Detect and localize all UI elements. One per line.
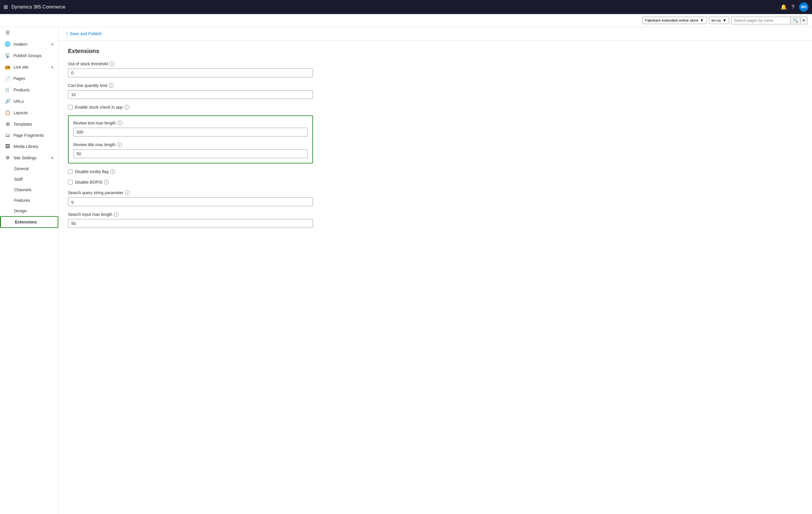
search-input-max-label: Search input max length i — [68, 212, 313, 217]
sidebar-item-label: Page Fragments — [13, 133, 44, 138]
sidebar-submenu-settings: General Staff Channels Features Design E… — [0, 163, 58, 228]
sidebar-item-label: Design — [14, 209, 27, 213]
disable-bopis-label: Disable BOPIS i — [75, 180, 109, 184]
lang-label: en-us — [712, 18, 721, 23]
sidebar-item-label: URLs — [13, 99, 24, 104]
disable-bopis-checkbox[interactable] — [68, 180, 73, 184]
disable-tooltip-checkbox[interactable] — [68, 169, 73, 174]
review-title-max-field: Review title max length i — [73, 142, 308, 158]
search-input-max-input[interactable] — [68, 219, 313, 228]
sidebar-item-label: Features — [14, 198, 30, 203]
publish-icon: 📡 — [5, 53, 10, 58]
cart-line-input[interactable] — [68, 90, 313, 99]
hamburger-menu[interactable]: ☰ — [0, 27, 58, 38]
out-of-stock-input[interactable] — [68, 68, 313, 77]
search-input[interactable] — [732, 17, 790, 24]
sidebar-item-features[interactable]: Features — [0, 195, 58, 206]
save-publish-button[interactable]: ↑ Save and Publish — [63, 29, 104, 38]
store-select[interactable]: Fabrikam extended online store ▼ — [642, 17, 706, 24]
chevron-icon: ∧ — [51, 65, 54, 69]
sidebar-item-label: Pages — [13, 76, 25, 81]
review-text-label-text: Review text max length — [73, 121, 116, 125]
cart-line-quantity-field: Cart line quantity limit i — [68, 83, 313, 99]
second-bar: Fabrikam extended online store ▼ en-us ▼… — [0, 14, 812, 27]
search-query-label: Search query string parameter i — [68, 190, 313, 195]
cart-line-label-text: Cart line quantity limit — [68, 83, 107, 88]
enable-stock-check-row: Enable stock check in app i — [68, 105, 313, 110]
sidebar-item-label: Publish Groups — [13, 53, 41, 58]
sidebar-item-extensions[interactable]: Extensions — [0, 216, 58, 228]
search-input-max-label-text: Search input max length — [68, 212, 112, 217]
save-publish-label: Save and Publish — [70, 31, 102, 36]
disable-tooltip-label-text: Disable tooltip flag — [75, 169, 109, 174]
review-title-input[interactable] — [73, 149, 308, 158]
nav-icons: 🔔 ? MG — [780, 2, 809, 12]
review-highlight-box: Review text max length i Review title ma… — [68, 115, 313, 163]
content-inner: ↑ Save and Publish Extensions Out of sto… — [59, 27, 812, 514]
app-title: Dynamics 365 Commerce — [11, 4, 777, 10]
disable-tooltip-row: Disable tooltip flag i — [68, 169, 313, 174]
main-layout: ☰ 🌐 modern ∧ 📡 Publish Groups 📻 Live sit… — [0, 27, 812, 514]
disable-tooltip-info-icon: i — [110, 169, 115, 174]
save-publish-icon: ↑ — [66, 31, 68, 36]
sidebar-item-design[interactable]: Design — [0, 206, 58, 216]
sidebar-item-general[interactable]: General — [0, 163, 58, 174]
sidebar-item-label: Channels — [14, 187, 31, 192]
review-title-label-text: Review title max length — [73, 142, 115, 147]
out-of-stock-info-icon: i — [110, 61, 114, 66]
search-query-input[interactable] — [68, 198, 313, 206]
enable-stock-check-checkbox[interactable] — [68, 105, 73, 110]
sidebar-item-site-settings[interactable]: ⚙ Site Settings ∧ — [0, 152, 58, 163]
sidebar-item-label: Live site — [13, 65, 28, 69]
search-dropdown-button[interactable]: ▼ — [800, 18, 807, 23]
disable-bopis-label-text: Disable BOPIS — [75, 180, 102, 184]
templates-icon: ⊞ — [5, 121, 10, 127]
sidebar-item-products[interactable]: 🛒 Products — [0, 84, 58, 95]
cart-line-label: Cart line quantity limit i — [68, 83, 313, 88]
store-chevron-icon: ▼ — [700, 18, 704, 23]
review-text-input[interactable] — [73, 128, 308, 137]
disable-bopis-info-icon: i — [104, 180, 109, 184]
sidebar-item-publish-groups[interactable]: 📡 Publish Groups — [0, 50, 58, 61]
chevron-up-icon: ∧ — [51, 156, 54, 160]
sidebar-item-layouts[interactable]: 📋 Layouts — [0, 107, 58, 118]
sidebar-item-page-fragments[interactable]: 🗂 Page Fragments — [0, 130, 58, 141]
enable-stock-check-label: Enable stock check in app i — [75, 105, 129, 110]
review-title-info-icon: i — [117, 142, 122, 147]
sidebar-item-urls[interactable]: 🔗 URLs — [0, 95, 58, 107]
notification-icon[interactable]: 🔔 — [780, 4, 787, 10]
search-input-max-info-icon: i — [114, 212, 119, 217]
review-text-label: Review text max length i — [73, 121, 308, 125]
sidebar-item-staff[interactable]: Staff — [0, 174, 58, 184]
lang-select[interactable]: en-us ▼ — [709, 17, 729, 24]
sidebar-item-label: Extensions — [15, 220, 37, 224]
sidebar-item-live-site[interactable]: 📻 Live site ∧ — [0, 61, 58, 72]
waffle-icon[interactable]: ⊞ — [3, 4, 8, 10]
sidebar-item-templates[interactable]: ⊞ Templates — [0, 118, 58, 130]
products-icon: 🛒 — [5, 87, 10, 93]
page-content: Extensions Out of stock threshold i Cart… — [59, 41, 322, 241]
sidebar-item-channels[interactable]: Channels — [0, 184, 58, 195]
help-icon[interactable]: ? — [791, 4, 794, 10]
sidebar-item-media-library[interactable]: 🖼 Media Library — [0, 141, 58, 152]
enable-stock-check-info-icon: i — [124, 105, 129, 110]
store-label: Fabrikam extended online store — [645, 18, 698, 23]
review-title-label: Review title max length i — [73, 142, 308, 147]
search-query-info-icon: i — [125, 190, 130, 195]
sidebar-item-modern[interactable]: 🌐 modern ∧ — [0, 38, 58, 50]
search-button[interactable]: 🔍 — [790, 17, 800, 24]
search-bar: 🔍 ▼ — [731, 17, 807, 24]
disable-bopis-row: Disable BOPIS i — [68, 180, 313, 184]
enable-stock-check-label-text: Enable stock check in app — [75, 105, 123, 110]
chevron-icon: ∧ — [51, 42, 54, 46]
layouts-icon: 📋 — [5, 110, 10, 115]
search-query-label-text: Search query string parameter — [68, 190, 123, 195]
sidebar-item-pages[interactable]: 📄 Pages — [0, 72, 58, 84]
toolbar: ↑ Save and Publish — [59, 27, 812, 41]
sidebar-item-label: Staff — [14, 177, 23, 182]
page-title: Extensions — [68, 48, 313, 55]
avatar[interactable]: MG — [799, 2, 809, 12]
search-input-max-field: Search input max length i — [68, 212, 313, 228]
pages-icon: 📄 — [5, 75, 10, 81]
disable-tooltip-label: Disable tooltip flag i — [75, 169, 115, 174]
